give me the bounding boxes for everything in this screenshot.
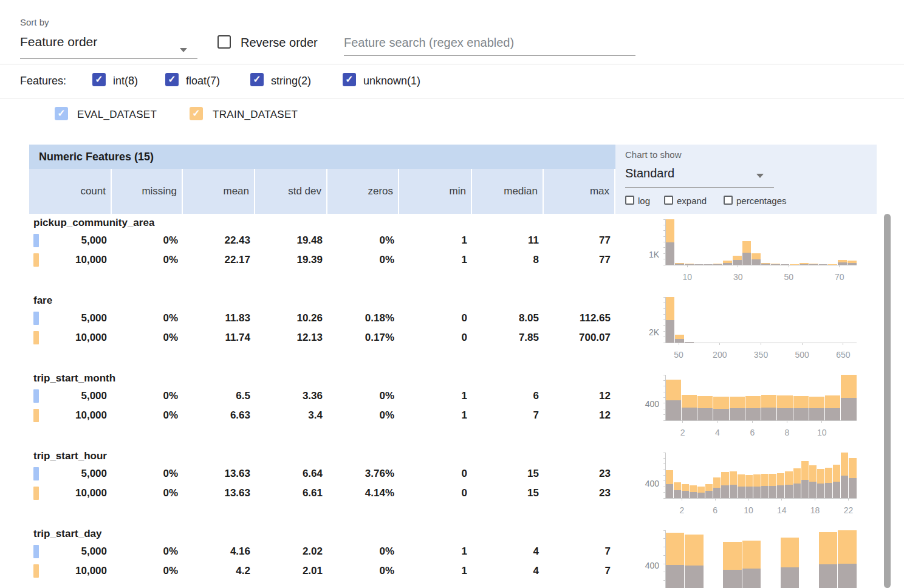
stat-max: 7 [544,561,615,581]
col-header-max: max [544,169,615,214]
svg-text:30: 30 [733,272,743,282]
stat-zeros: 0% [327,561,399,581]
unknown-filter-checkbox[interactable] [343,73,356,86]
stat-mean: 6.5 [183,386,255,406]
feature-group: trip_start_day 5,000 0% 4.16 2.02 0% 1 4… [29,525,877,588]
stat-count: 10,000 [29,328,112,347]
stat-min: 0 [399,309,472,328]
stat-count: 10,000 [29,561,112,581]
stat-zeros: 4.14% [327,484,399,503]
feature-group: fare 5,000 0% 11.83 10.26 0.18% 0 8.05 1… [29,292,877,369]
histogram-chart: 2610141822400 [615,451,877,525]
unknown-filter-label: unknown(1) [363,75,420,87]
expand-checkbox[interactable] [664,196,673,205]
stat-count: 5,000 [29,542,112,561]
expand-label: expand [677,196,707,206]
chevron-down-icon[interactable] [180,48,187,52]
float-filter-label: float(7) [186,75,220,87]
stat-zeros: 3.76% [327,464,399,484]
svg-text:2: 2 [680,505,685,515]
svg-text:2: 2 [680,428,685,437]
int-filter-checkbox[interactable] [92,73,106,86]
stat-max: 700.07 [544,328,615,347]
stat-stddev: 6.64 [255,464,327,484]
chart-to-show-label: Chart to show [625,149,682,160]
stat-median: 11 [472,231,544,250]
feature-group: trip_start_month 5,000 0% 6.5 3.36 0% 1 … [29,369,877,447]
vertical-scrollbar-thumb[interactable] [884,214,891,588]
stat-mean: 6.63 [183,406,255,425]
string-filter-checkbox[interactable] [250,73,264,86]
stat-stddev: 2.02 [255,542,327,561]
chart-type-dropdown[interactable]: Standard [625,166,674,180]
stat-min: 1 [399,406,472,425]
train-dataset-checkbox[interactable] [190,107,203,120]
stat-missing: 0% [112,386,183,406]
stat-count: 5,000 [29,464,112,484]
percentages-checkbox[interactable] [724,196,733,205]
stat-min: 1 [399,561,472,581]
stat-count: 10,000 [29,250,112,270]
svg-text:18: 18 [810,505,820,515]
table-body: pickup_community_area 5,000 0% 22.43 19.… [29,214,877,588]
stat-missing: 0% [112,464,183,484]
stat-min: 1 [399,231,472,250]
col-header-mean: mean [183,169,255,214]
feature-search-input[interactable] [344,30,635,56]
stat-count: 5,000 [29,386,112,406]
svg-text:2K: 2K [649,327,660,337]
svg-text:650: 650 [836,350,851,360]
stat-max: 77 [544,250,615,270]
stat-max: 7 [544,542,615,561]
stat-stddev: 10.26 [255,309,327,328]
eval-color-chip [33,545,39,558]
svg-text:10: 10 [817,428,827,437]
stat-zeros: 0% [327,542,399,561]
log-checkbox[interactable] [625,196,634,205]
stat-median: 4 [472,561,544,581]
eval-dataset-checkbox[interactable] [55,107,68,120]
sort-by-dropdown[interactable]: Feature order [20,35,97,49]
stat-missing: 0% [112,309,183,328]
svg-text:400: 400 [645,561,660,570]
stat-mean: 22.43 [183,231,255,250]
stat-median: 7 [472,406,544,425]
histogram-chart: 246810400 [615,373,877,447]
stat-stddev: 12.13 [255,328,327,347]
stat-missing: 0% [112,484,183,503]
chevron-down-icon[interactable] [756,174,764,178]
stat-count: 5,000 [29,309,112,328]
stat-zeros: 0% [327,231,399,250]
stat-max: 112.65 [544,309,615,328]
stat-max: 77 [544,231,615,250]
stat-zeros: 0.17% [327,328,399,347]
stat-median: 15 [472,484,544,503]
svg-text:350: 350 [754,350,769,360]
features-label: Features: [20,75,66,87]
svg-text:1K: 1K [649,250,660,259]
histogram-chart: 502003505006502K [615,295,877,369]
stat-max: 12 [544,406,615,425]
stat-missing: 0% [112,231,183,250]
stat-zeros: 0% [327,406,399,425]
stat-missing: 0% [112,561,183,581]
int-filter-label: int(8) [113,75,138,87]
table-title: Numeric Features (15) [29,145,615,169]
reverse-order-checkbox[interactable] [217,35,231,49]
stat-min: 0 [399,328,472,347]
stat-mean: 13.63 [183,484,255,503]
stat-mean: 11.74 [183,328,255,347]
svg-text:50: 50 [784,272,793,282]
col-header-min: min [399,169,472,214]
histogram-chart: 103050701K [615,217,877,292]
train-dataset-label: TRAIN_DATASET [213,109,298,121]
stat-stddev: 19.39 [255,250,327,270]
stat-median: 6 [472,386,544,406]
stat-median: 8 [472,250,544,270]
svg-text:22: 22 [844,505,854,515]
stat-stddev: 2.01 [255,561,327,581]
stat-mean: 13.63 [183,464,255,484]
float-filter-checkbox[interactable] [165,73,179,86]
col-header-count: count [29,169,112,214]
stat-max: 12 [544,386,615,406]
